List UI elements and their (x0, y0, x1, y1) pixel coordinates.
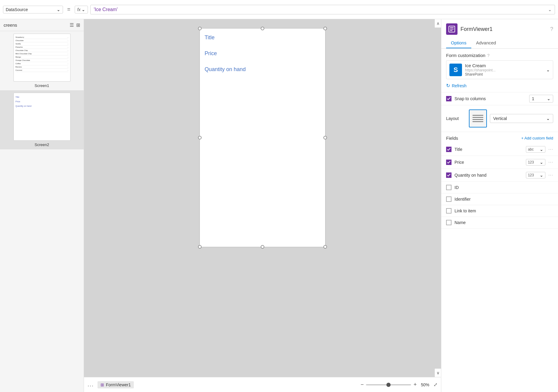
handle-top-left[interactable] (198, 27, 202, 30)
field-title-more-button[interactable]: ··· (548, 147, 553, 152)
screen-tab-label: FormViewer1 (106, 382, 131, 387)
form-canvas[interactable]: Title Price Quantity on hand (200, 28, 326, 247)
field-row-id: ID (441, 182, 558, 193)
field-name-checkbox[interactable] (446, 220, 452, 225)
thumb-item: Strawberry› (16, 36, 68, 39)
zoom-slider-thumb[interactable] (386, 383, 391, 387)
field-price-checkbox[interactable] (446, 160, 452, 165)
datasource-label: DataSource (6, 7, 28, 12)
field-id-name: ID (454, 185, 553, 190)
snap-columns-select[interactable]: 1 (529, 95, 553, 103)
zoom-in-button[interactable]: + (413, 382, 417, 388)
datasource-name: Ice Cream (465, 63, 496, 68)
field-row-identifier: Identifier (441, 193, 558, 205)
zoom-percent: 50% (419, 382, 431, 387)
screen1-label: Screen1 (34, 83, 49, 88)
field-price-more-button[interactable]: ··· (548, 160, 553, 165)
screens-panel: creens ☰ ⊞ Strawberry› Chocolate› Vanill… (0, 19, 84, 392)
field-title-type-select[interactable]: abc (526, 146, 545, 153)
layout-vertical-icon-button[interactable] (469, 109, 487, 127)
layout-label: Layout (446, 116, 464, 121)
snap-to-columns-label: Snap to columns (454, 96, 526, 101)
field-price-type-chevron-icon (540, 160, 543, 165)
screen-tab-icon: ⊞ (100, 382, 104, 387)
datasource-chevron-icon (57, 7, 60, 12)
panel-tabs: Options Advanced (441, 38, 558, 49)
layout-row: Layout Vertical (441, 105, 558, 132)
datasource-dropdown[interactable]: DataSource (3, 6, 63, 13)
list-view-icon[interactable]: ☰ (70, 22, 74, 28)
zoom-out-button[interactable]: − (361, 382, 364, 388)
refresh-label: Refresh (452, 83, 466, 88)
thumb-item: Orange Chocolate› (16, 59, 68, 62)
help-icon[interactable]: ? (550, 26, 553, 32)
scroll-down-button[interactable]: ∨ (434, 368, 441, 377)
field-name-name: Name (454, 220, 553, 225)
handle-bottom-right[interactable] (323, 245, 327, 249)
fields-title: Fields (446, 136, 458, 141)
datasource-url: https://sharepoint... (465, 68, 496, 72)
field-price-type-select[interactable]: 123 (526, 159, 545, 166)
checkmark-icon (447, 160, 451, 164)
sidebar-item-screen2[interactable]: Title Price Quantity on hand Screen2 (0, 90, 84, 149)
thumb-item: Banana› (16, 65, 68, 69)
tab-advanced[interactable]: Advanced (471, 38, 501, 48)
form-field-price: Price (205, 50, 320, 57)
checkmark-icon (447, 148, 451, 151)
handle-middle-right[interactable] (323, 136, 327, 139)
layout-options: Vertical (469, 109, 553, 127)
field-quantity-name: Quantity on hand (454, 173, 523, 178)
layout-type-label: Vertical (493, 116, 507, 121)
form-customization-label: Form customization ? (441, 49, 558, 60)
snap-to-columns-checkbox[interactable] (446, 96, 452, 101)
checkmark-icon (447, 97, 451, 100)
layout-type-select[interactable]: Vertical (490, 114, 553, 123)
screen-tab-formviewer1[interactable]: ⊞ FormViewer1 (98, 381, 134, 388)
field-price-type: 123 (528, 160, 534, 164)
form-canvas-wrapper: Title Price Quantity on hand (84, 19, 441, 377)
field-title-name: Title (454, 147, 523, 152)
form-customization-help-icon[interactable]: ? (487, 53, 490, 58)
field-quantity-type-select[interactable]: 123 (526, 172, 545, 178)
field-row-linktoitem: Link to item (441, 205, 558, 217)
sidebar-item-screen1[interactable]: Strawberry› Chocolate› Vanilla› Pistachi… (0, 31, 84, 90)
more-options-button[interactable]: ... (88, 382, 94, 388)
thumb-field-qty: Quantity on hand (16, 105, 68, 107)
refresh-button[interactable]: ↻ Refresh (441, 79, 558, 92)
scroll-up-button[interactable]: ∧ (434, 19, 441, 28)
screen2-thumbnail: Title Price Quantity on hand (14, 93, 70, 141)
field-quantity-checkbox[interactable] (446, 172, 452, 178)
handle-top-right[interactable] (323, 27, 327, 30)
thumb-field-price: Price (16, 100, 68, 103)
zoom-controls: − + 50% ⤢ (361, 382, 437, 388)
add-custom-field-button[interactable]: + Add custom field (521, 136, 553, 140)
field-quantity-more-button[interactable]: ··· (548, 172, 553, 178)
expand-button[interactable]: ⤢ (434, 382, 437, 388)
fx-chevron-icon (82, 7, 85, 12)
handle-middle-left[interactable] (198, 136, 202, 139)
screens-title: creens (4, 22, 17, 28)
tab-options[interactable]: Options (446, 38, 471, 48)
grid-view-icon[interactable]: ⊞ (76, 22, 80, 28)
thumb-item: Chocolate› (16, 39, 68, 42)
zoom-slider[interactable] (366, 384, 411, 385)
field-title-checkbox[interactable] (446, 147, 452, 152)
field-title-type-chevron-icon (540, 147, 543, 152)
fields-header: Fields + Add custom field (441, 132, 558, 143)
handle-bottom-left[interactable] (198, 245, 202, 249)
equals-sign: = (67, 6, 70, 13)
datasource-type: SharePoint (465, 72, 496, 76)
field-linktoitem-checkbox[interactable] (446, 208, 452, 214)
form-field-quantity: Quantity on hand (205, 66, 320, 73)
field-identifier-checkbox[interactable] (446, 196, 452, 202)
field-id-checkbox[interactable] (446, 185, 452, 190)
handle-top-center[interactable] (261, 27, 264, 30)
layout-lines-icon (472, 115, 483, 122)
handle-bottom-center[interactable] (261, 245, 264, 249)
formula-bar[interactable]: 'Ice Cream' (90, 5, 555, 14)
top-bar: DataSource = fx 'Ice Cream' (0, 0, 558, 19)
field-row-title: Title abc ··· (441, 143, 558, 156)
datasource-card[interactable]: S Ice Cream https://sharepoint... ShareP… (446, 60, 553, 79)
layout-line (472, 115, 483, 116)
fx-button[interactable]: fx (75, 6, 88, 13)
